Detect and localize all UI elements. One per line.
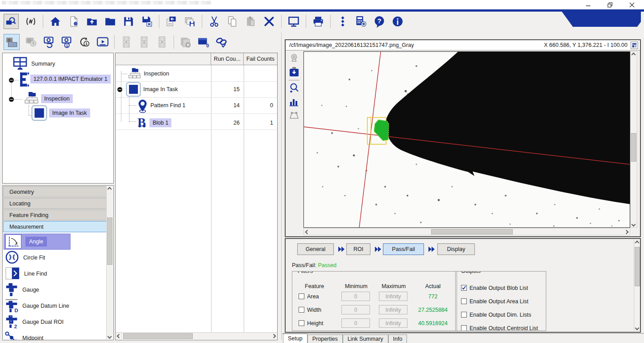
close-button[interactable] bbox=[625, 1, 639, 8]
help-button[interactable]: ? bbox=[373, 15, 386, 28]
camera-snap-button[interactable]: 1 bbox=[61, 36, 73, 48]
scroll-left-button[interactable] bbox=[306, 230, 309, 234]
copy-button[interactable] bbox=[226, 15, 239, 28]
scroll-right-button[interactable] bbox=[625, 230, 628, 234]
open-file-button[interactable] bbox=[86, 15, 98, 28]
width-max-input[interactable] bbox=[379, 305, 407, 314]
scroll-down-button[interactable] bbox=[632, 223, 635, 226]
column-header-run-count[interactable]: Run Cou... bbox=[211, 53, 244, 65]
tree-item-summary[interactable]: Summary bbox=[31, 61, 55, 67]
tool-angle[interactable]: Angle bbox=[4, 234, 71, 250]
task-row-blob[interactable]: Blob 1 bbox=[150, 118, 171, 127]
folder-button[interactable] bbox=[104, 15, 116, 28]
display-button[interactable] bbox=[287, 15, 300, 28]
scrollbar-thumb[interactable] bbox=[107, 218, 112, 265]
column-header-fail-counts[interactable]: Fail Counts bbox=[244, 53, 277, 65]
tool-midpoint[interactable]: Midpoint bbox=[4, 330, 106, 340]
delete-button[interactable] bbox=[263, 15, 275, 28]
panel-splitter[interactable] bbox=[281, 32, 282, 340]
scrollbar-thumb[interactable] bbox=[123, 333, 193, 339]
scroll-down-button[interactable] bbox=[108, 335, 111, 338]
connect-button[interactable] bbox=[4, 14, 19, 29]
home-button[interactable] bbox=[49, 15, 62, 28]
category-feature-finding[interactable]: Feature Finding bbox=[3, 209, 107, 221]
import-settings-button[interactable] bbox=[165, 15, 178, 28]
image-vscrollbar[interactable] bbox=[630, 51, 637, 228]
column-header-name[interactable] bbox=[116, 53, 211, 65]
output-centroid-list-checkbox[interactable] bbox=[461, 325, 467, 331]
category-locating[interactable]: Locating bbox=[3, 198, 107, 209]
scrollbar-thumb[interactable] bbox=[635, 247, 640, 286]
scroll-up-button[interactable] bbox=[108, 188, 111, 191]
wireless-button[interactable] bbox=[25, 15, 37, 28]
output-blob-list-checkbox[interactable] bbox=[461, 285, 467, 291]
save-as-button[interactable] bbox=[141, 15, 153, 28]
category-geometry[interactable]: Geometry bbox=[3, 186, 107, 197]
cut-button[interactable] bbox=[208, 15, 220, 28]
image-hscrollbar[interactable] bbox=[303, 228, 630, 235]
collapse-handle[interactable] bbox=[117, 87, 122, 92]
task-hscrollbar[interactable] bbox=[116, 332, 277, 339]
play-button[interactable] bbox=[96, 36, 109, 48]
loop-once-button[interactable]: 1 bbox=[79, 36, 91, 48]
area-filter-checkbox[interactable] bbox=[299, 293, 304, 299]
scroll-up-button[interactable] bbox=[636, 241, 639, 244]
camera-live-button[interactable] bbox=[43, 36, 55, 48]
height-filter-checkbox[interactable] bbox=[299, 320, 304, 326]
task-row-inspection[interactable]: Inspection bbox=[144, 71, 169, 77]
export-settings-button[interactable] bbox=[183, 15, 196, 28]
step-display-button[interactable]: Display bbox=[437, 243, 475, 255]
info-button[interactable] bbox=[391, 15, 404, 28]
area-min-input[interactable] bbox=[341, 292, 370, 301]
inspection-image[interactable] bbox=[304, 52, 630, 227]
scrollbar-thumb[interactable] bbox=[431, 229, 513, 234]
tree-item-image-in-task[interactable]: Image In Task bbox=[49, 109, 90, 117]
tab-link-summary[interactable]: Link Summary bbox=[343, 335, 388, 343]
task-row-pattern-find[interactable]: Pattern Find 1 bbox=[150, 102, 186, 109]
step-general-button[interactable]: General bbox=[297, 243, 334, 255]
tool-gauge-datum-line[interactable]: D Gauge Datum Line bbox=[4, 298, 106, 314]
tool-line-find[interactable]: Line Find bbox=[4, 266, 106, 282]
tool-gauge-dual-roi[interactable]: 2** Gauge Dual ROI bbox=[4, 314, 106, 330]
print-button[interactable] bbox=[312, 15, 324, 28]
toolbox-scrollbar[interactable] bbox=[106, 186, 113, 339]
save-image-button[interactable] bbox=[288, 66, 300, 78]
tab-properties[interactable]: Properties bbox=[307, 335, 343, 343]
height-max-input[interactable] bbox=[379, 318, 407, 328]
minimize-button[interactable] bbox=[582, 1, 595, 8]
collapse-handle[interactable] bbox=[9, 97, 14, 102]
display-counter-zero-button[interactable]: 0 bbox=[197, 36, 210, 48]
collapse-handle[interactable] bbox=[9, 78, 14, 83]
zoom-button[interactable] bbox=[288, 82, 300, 94]
width-min-input[interactable] bbox=[341, 305, 370, 314]
tree-item-inspection[interactable]: Inspection bbox=[41, 94, 73, 103]
output-dim-lists-checkbox[interactable] bbox=[461, 312, 467, 318]
step-roi-button[interactable]: ROI bbox=[346, 243, 370, 255]
tab-setup[interactable]: Setup bbox=[283, 334, 307, 343]
tree-item-emulator[interactable]: 127.0.0.1 IMPACT Emulator 1 bbox=[30, 75, 111, 84]
tool-gauge[interactable]: Gauge bbox=[4, 282, 106, 298]
camera-to-file-button[interactable] bbox=[4, 34, 20, 50]
save-button[interactable] bbox=[122, 15, 135, 28]
scroll-down-button[interactable] bbox=[636, 326, 639, 330]
maximize-button[interactable] bbox=[603, 1, 617, 8]
image-view-toggle-button[interactable] bbox=[631, 42, 638, 49]
area-max-input[interactable] bbox=[379, 292, 407, 301]
link-tools-button[interactable] bbox=[215, 36, 228, 48]
task-row-image-in-task[interactable]: Image In Task bbox=[143, 86, 178, 92]
scroll-right-button[interactable] bbox=[272, 335, 275, 338]
output-area-list-checkbox[interactable] bbox=[461, 298, 467, 304]
new-file-button[interactable] bbox=[67, 15, 80, 28]
height-min-input[interactable] bbox=[341, 318, 370, 328]
calculator-button[interactable] bbox=[355, 15, 367, 28]
histogram-button[interactable] bbox=[288, 96, 300, 108]
scroll-left-button[interactable] bbox=[117, 335, 120, 338]
scroll-up-button[interactable] bbox=[632, 53, 635, 56]
tab-info[interactable]: Info bbox=[388, 335, 407, 343]
properties-vscrollbar[interactable] bbox=[634, 240, 640, 331]
tool-circle-fit[interactable]: Circle Fit bbox=[4, 250, 106, 266]
step-passfail-button[interactable]: Pass/Fail bbox=[383, 243, 424, 255]
scrollbar-thumb[interactable] bbox=[631, 133, 636, 162]
category-measurement[interactable]: Measurement bbox=[3, 221, 107, 232]
more-options-button[interactable] bbox=[337, 15, 349, 28]
